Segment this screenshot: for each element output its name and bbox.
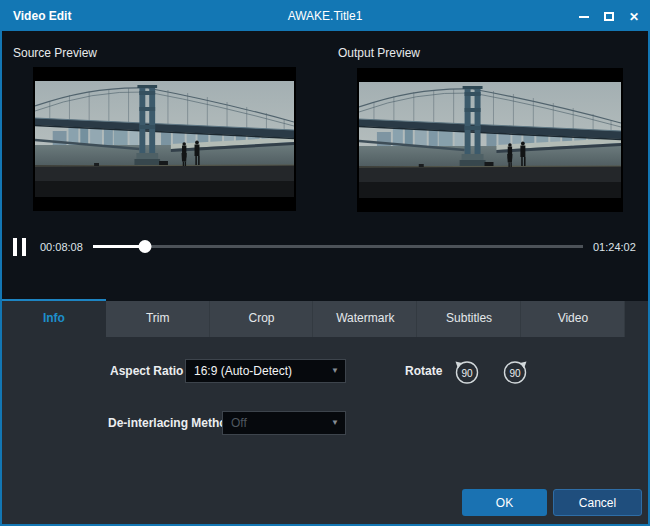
deinterlacing-label: De-interlacing Method — [108, 411, 234, 435]
aspect-ratio-dropdown[interactable]: 16:9 (Auto-Detect) ▼ — [185, 359, 346, 383]
aspect-ratio-value: 16:9 (Auto-Detect) — [194, 364, 292, 378]
video-edit-window: Video Edit AWAKE.Title1 ✕ Source Preview… — [0, 0, 650, 526]
tab-video[interactable]: Video — [521, 299, 625, 337]
window-controls: ✕ — [576, 2, 642, 31]
seek-track[interactable] — [93, 245, 583, 248]
cancel-button[interactable]: Cancel — [553, 489, 642, 516]
ok-button[interactable]: OK — [462, 489, 547, 516]
chevron-down-icon: ▼ — [331, 360, 339, 382]
chevron-down-icon: ▼ — [331, 412, 339, 434]
close-icon: ✕ — [629, 11, 639, 23]
source-preview-label: Source Preview — [13, 46, 97, 60]
tab-info[interactable]: Info — [2, 299, 106, 337]
document-title: AWAKE.Title1 — [2, 2, 648, 31]
svg-text:90: 90 — [461, 368, 473, 379]
aspect-ratio-label: Aspect Ratio — [110, 359, 183, 383]
titlebar: Video Edit AWAKE.Title1 ✕ — [2, 2, 648, 31]
maximize-button[interactable] — [601, 9, 617, 25]
tab-trim[interactable]: Trim — [106, 299, 210, 337]
minimize-icon — [579, 16, 589, 18]
tab-crop[interactable]: Crop — [210, 299, 314, 337]
seek-slider[interactable] — [93, 238, 583, 256]
maximize-icon — [604, 12, 614, 21]
deinterlacing-value: Off — [231, 416, 247, 430]
source-preview-video — [33, 67, 296, 211]
rotate-cw-button[interactable]: 90 — [501, 358, 529, 386]
tab-watermark[interactable]: Watermark — [313, 299, 417, 337]
minimize-button[interactable] — [576, 9, 592, 25]
close-button[interactable]: ✕ — [626, 9, 642, 25]
output-preview-video — [357, 68, 623, 212]
tab-subtitles[interactable]: Subtitles — [417, 299, 521, 337]
bridge-scene — [359, 82, 621, 198]
seek-fill — [93, 245, 145, 248]
total-time: 01:24:02 — [593, 241, 636, 253]
bridge-scene — [35, 81, 294, 197]
rotate-label: Rotate — [405, 359, 442, 383]
output-preview-label: Output Preview — [338, 46, 420, 60]
rotate-cw-icon: 90 — [501, 358, 529, 386]
pause-icon — [13, 238, 17, 256]
tab-bar: Info Trim Crop Watermark Subtitles Video — [2, 299, 648, 337]
svg-text:90: 90 — [509, 368, 521, 379]
rotate-ccw-icon: 90 — [453, 358, 481, 386]
pause-button[interactable] — [13, 238, 27, 256]
deinterlacing-dropdown[interactable]: Off ▼ — [222, 411, 346, 435]
rotate-ccw-button[interactable]: 90 — [453, 358, 481, 386]
current-time: 00:08:08 — [40, 241, 83, 253]
seek-thumb[interactable] — [138, 240, 151, 253]
